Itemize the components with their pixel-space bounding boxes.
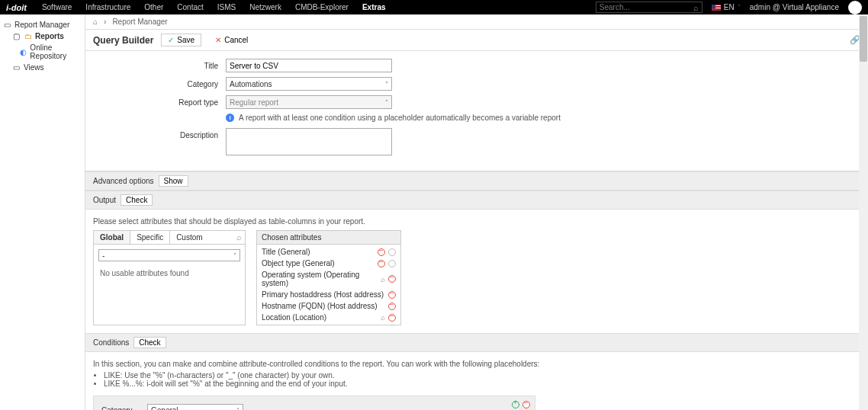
home-icon[interactable]: ⌂ <box>93 18 98 26</box>
folder-icon: 🗀 <box>24 32 32 40</box>
chevron-down-icon: ˅ <box>236 407 240 411</box>
cond-category-label: Category <box>101 406 140 411</box>
conditions-help: In this section, you can make and combin… <box>93 360 860 388</box>
chosen-item[interactable]: Title (General) <box>257 246 400 258</box>
flag-icon <box>712 5 721 11</box>
global-search[interactable]: ⌕ <box>596 2 702 13</box>
scrollbar[interactable] <box>859 14 868 410</box>
output-check-button[interactable]: Check <box>121 194 153 206</box>
output-help: Please select attributes that should be … <box>93 217 860 226</box>
top-menu: Software Infrastructure Other Contact IS… <box>42 3 386 11</box>
chevron-down-icon: ˅ <box>385 81 388 88</box>
page-title: Query Builder <box>93 35 153 46</box>
chosen-attributes: Chosen attributes Title (General)Object … <box>256 230 401 325</box>
tree-views[interactable]: ▭ Views <box>3 62 82 73</box>
chosen-item[interactable]: Operating system (Operating system)⌕ <box>257 269 400 289</box>
chosen-item-label: Primary hostaddress (Host address) <box>262 290 385 299</box>
globe-icon: ◐ <box>20 48 27 56</box>
tree-online-repo[interactable]: ◐ Online Repository <box>3 42 82 62</box>
remove-attr-icon[interactable] <box>378 248 385 256</box>
menu-infrastructure[interactable]: Infrastructure <box>85 3 130 11</box>
menu-contact[interactable]: Contact <box>177 3 203 11</box>
views-icon: ▭ <box>12 63 21 72</box>
chevron-down-icon: ˅ <box>385 99 388 106</box>
page-header: Query Builder ✓ Save ✕ Cancel 🔗 <box>85 30 868 51</box>
avatar[interactable] <box>848 1 862 14</box>
tree-report-manager[interactable]: ▭ Report Manager <box>3 19 82 30</box>
sidebar: ▭ Report Manager ▢ 🗀 Reports ◐ Online Re… <box>0 14 85 410</box>
tab-specific[interactable]: Specific <box>130 231 170 244</box>
menu-software[interactable]: Software <box>42 3 72 11</box>
attr-search-icon[interactable]: ⌕ <box>233 231 245 244</box>
doc-icon: ▭ <box>3 21 11 29</box>
category-select[interactable]: Automations ˅ <box>226 77 392 91</box>
chosen-item[interactable]: Object type (General) <box>257 258 400 269</box>
menu-netzwerk[interactable]: Netzwerk <box>249 3 281 11</box>
tab-custom[interactable]: Custom <box>170 231 208 244</box>
form-area: Title Category Automations ˅ Report type… <box>85 51 868 171</box>
language-switch[interactable]: EN ˅ <box>712 3 741 11</box>
remove-attr-icon[interactable] <box>388 291 396 299</box>
chevron-down-icon: ˅ <box>738 4 741 11</box>
cancel-button[interactable]: ✕ Cancel <box>209 34 254 46</box>
info-icon: i <box>226 114 234 122</box>
available-attributes: Global Specific Custom ⌕ - ˅ No usable a… <box>93 230 246 325</box>
breadcrumb: ⌂ › Report Manager <box>85 14 868 30</box>
report-type-label: Report type <box>93 95 226 107</box>
menu-isms[interactable]: ISMS <box>217 3 236 11</box>
condition-block: Category General ˅ Attribute Object type… <box>93 396 535 410</box>
chosen-item[interactable]: Primary hostaddress (Host address) <box>257 289 400 300</box>
remove-condition-icon[interactable] <box>522 401 530 408</box>
magnify-icon[interactable]: ⌕ <box>381 313 385 322</box>
no-results: No usable attributes found <box>98 266 240 280</box>
tab-global[interactable]: Global <box>94 231 130 244</box>
advanced-show-button[interactable]: Show <box>159 175 188 187</box>
remove-attr-icon[interactable] <box>388 314 396 322</box>
magnify-icon[interactable]: ⌕ <box>381 275 385 283</box>
description-label: Description <box>93 128 226 139</box>
conditions-check-button[interactable]: Check <box>133 337 166 348</box>
remove-attr-icon[interactable] <box>378 260 385 267</box>
report-type-select: Regular report ˅ <box>226 95 392 109</box>
user-label: admin @ Virtual Appliance <box>750 3 839 11</box>
conditions-area: In this section, you can make and combin… <box>85 352 868 410</box>
menu-other[interactable]: Other <box>144 3 163 11</box>
chevron-right-icon: › <box>104 18 106 26</box>
conditions-bar: Conditions Check <box>85 333 868 352</box>
chosen-item-label: Title (General) <box>262 248 375 256</box>
cond-category-select[interactable]: General ˅ <box>147 404 243 410</box>
add-condition-icon[interactable] <box>512 401 519 408</box>
attr-category-select[interactable]: - ˅ <box>98 249 240 261</box>
search-input[interactable] <box>600 3 693 11</box>
close-icon: ✕ <box>215 36 221 44</box>
option-icon[interactable] <box>388 260 396 267</box>
chosen-item[interactable]: Location (Location)⌕ <box>257 312 400 323</box>
tree-reports[interactable]: ▢ 🗀 Reports <box>3 30 82 42</box>
main-area: ⌂ › Report Manager Query Builder ✓ Save … <box>85 14 868 410</box>
breadcrumb-page[interactable]: Report Manager <box>112 18 167 26</box>
menu-cmdb-explorer[interactable]: CMDB-Explorer <box>295 3 349 11</box>
chosen-item-label: Operating system (Operating system) <box>262 271 378 287</box>
search-icon[interactable]: ⌕ <box>693 3 699 12</box>
save-button[interactable]: ✓ Save <box>161 34 201 46</box>
remove-attr-icon[interactable] <box>388 303 396 310</box>
category-label: Category <box>93 77 226 88</box>
chosen-item-label: Hostname (FQDN) (Host address) <box>262 302 385 310</box>
output-bar: Output Check <box>85 191 868 210</box>
info-text: A report with at least one condition usi… <box>239 114 561 122</box>
chevron-down-icon: ˅ <box>233 252 236 259</box>
menu-extras[interactable]: Extras <box>362 3 386 11</box>
option-icon[interactable] <box>388 248 396 256</box>
chosen-item-label: Location (Location) <box>262 313 378 322</box>
output-area: Please select attributes that should be … <box>85 210 868 333</box>
chosen-item-label: Object type (General) <box>262 259 375 267</box>
app-logo: i-doit <box>6 3 27 12</box>
remove-attr-icon[interactable] <box>388 275 396 283</box>
scrollbar-thumb[interactable] <box>860 16 867 62</box>
description-input[interactable] <box>226 128 392 155</box>
title-input[interactable] <box>226 59 392 72</box>
check-icon: ✓ <box>168 36 174 44</box>
chosen-item[interactable]: Hostname (FQDN) (Host address) <box>257 300 400 312</box>
chosen-header: Chosen attributes <box>257 231 400 245</box>
advanced-options-bar: Advanced options Show <box>85 171 868 191</box>
